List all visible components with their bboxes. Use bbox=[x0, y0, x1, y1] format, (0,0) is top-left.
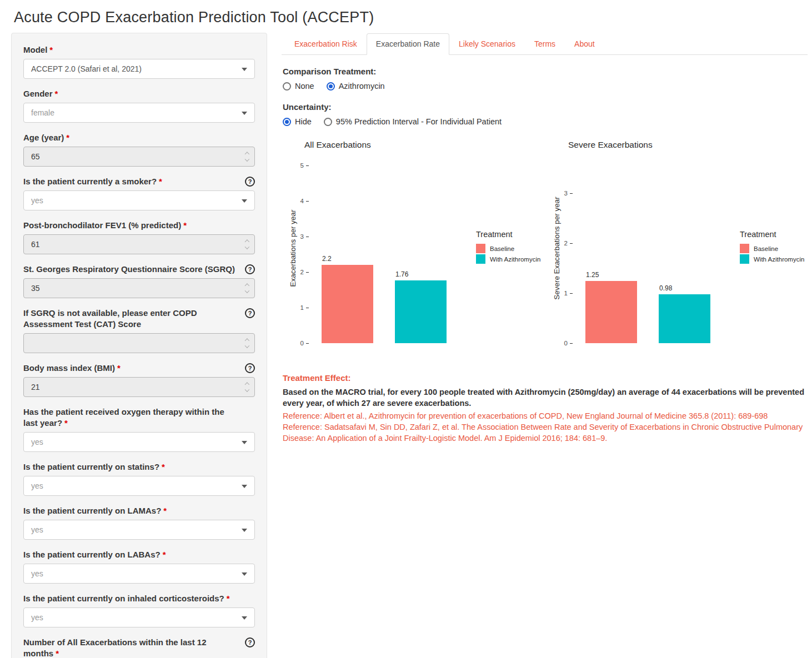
field-label-text: St. Georges Respiratory Questionnaire Sc… bbox=[23, 264, 235, 274]
ics-select[interactable]: yes bbox=[23, 607, 255, 627]
bar-baseline bbox=[585, 281, 637, 344]
spinner-up-icon[interactable] bbox=[245, 240, 249, 244]
legend-entry: Baseline bbox=[740, 244, 804, 253]
spinner-down-icon[interactable] bbox=[245, 288, 249, 293]
fev1-input[interactable]: 61 bbox=[23, 234, 255, 254]
spinner-up-icon[interactable] bbox=[245, 383, 249, 387]
selected-value: ACCEPT 2.0 (Safari et al, 2021) bbox=[31, 64, 142, 73]
help-question-icon[interactable]: ? bbox=[245, 308, 255, 318]
number-spinner-icon[interactable] bbox=[245, 240, 249, 249]
y-tick-mark bbox=[306, 308, 309, 308]
number-spinner-icon[interactable] bbox=[245, 284, 249, 293]
radio-option-label: 95% Prediction Interval - For Individual… bbox=[336, 117, 502, 126]
form-group-model: Model*ACCEPT 2.0 (Safari et al, 2021) bbox=[23, 44, 255, 79]
selected-value: yes bbox=[31, 196, 43, 205]
field-label-model: Model* bbox=[23, 44, 255, 56]
number-spinner-icon[interactable] bbox=[245, 383, 249, 391]
tab-terms[interactable]: Terms bbox=[525, 33, 565, 55]
radio-comparison-treatment-none[interactable]: None bbox=[283, 82, 314, 91]
legend-entry: With Azithromycin bbox=[476, 254, 540, 264]
y-tick-mark bbox=[570, 193, 573, 194]
treatment-effect-section: Treatment Effect: Based on the MACRO tri… bbox=[282, 373, 806, 444]
chevron-down-icon bbox=[242, 441, 247, 444]
sgrq-input[interactable]: 35 bbox=[23, 278, 255, 298]
y-tick-mark bbox=[570, 343, 573, 344]
radio-circle-icon bbox=[327, 82, 335, 91]
field-label-statins: Is the patient currently on statins?* bbox=[23, 461, 255, 473]
gender-select[interactable]: female bbox=[23, 103, 255, 123]
model-select[interactable]: ACCEPT 2.0 (Safari et al, 2021) bbox=[23, 59, 255, 79]
main-content: Exacerbation RiskExacerbation RateLikely… bbox=[282, 33, 808, 444]
labas-select[interactable]: yes bbox=[23, 564, 255, 584]
required-asterisk: * bbox=[183, 220, 187, 230]
required-asterisk: * bbox=[163, 506, 167, 515]
radio-option-label: Azithromycin bbox=[339, 82, 385, 91]
radio-circle-icon bbox=[283, 118, 291, 126]
required-asterisk: * bbox=[162, 462, 165, 471]
number-spinner-icon[interactable] bbox=[245, 339, 249, 348]
spinner-up-icon[interactable] bbox=[245, 284, 249, 288]
help-question-icon[interactable]: ? bbox=[245, 363, 255, 373]
legend-entry: With Azithromycin bbox=[740, 254, 804, 264]
y-tick-label: 1 bbox=[282, 304, 304, 312]
tab-likely-scenarios[interactable]: Likely Scenarios bbox=[449, 33, 525, 55]
cat-score-input[interactable] bbox=[23, 333, 255, 353]
y-tick-mark bbox=[306, 201, 309, 202]
form-group-fev1: Post-bronchodilator FEV1 (% predicted)*6… bbox=[23, 220, 255, 254]
help-question-icon[interactable]: ? bbox=[245, 637, 255, 647]
chart-all-exacerbations: All ExacerbationsExacerbations per year0… bbox=[282, 137, 545, 361]
treatment-effect-references: Reference: Albert et al., Azithromycin f… bbox=[283, 410, 806, 444]
selected-value: female bbox=[31, 108, 54, 117]
spinner-down-icon[interactable] bbox=[245, 157, 249, 161]
age-input[interactable]: 65 bbox=[23, 147, 255, 167]
spinner-down-icon[interactable] bbox=[245, 244, 249, 249]
field-label-oxygen: Has the patient received oxygen therapy … bbox=[23, 406, 255, 429]
oxygen-select[interactable]: yes bbox=[23, 432, 255, 452]
tab-about[interactable]: About bbox=[565, 33, 604, 55]
form-group-gender: Gender*female bbox=[23, 88, 255, 123]
radio-uncertainty-95-prediction-interval-for-individual-patient[interactable]: 95% Prediction Interval - For Individual… bbox=[324, 117, 502, 126]
field-label-text: If SGRQ is not available, please enter C… bbox=[23, 308, 197, 329]
y-tick-mark bbox=[306, 272, 309, 273]
field-label-cat-score: If SGRQ is not available, please enter C… bbox=[23, 308, 255, 330]
spinner-down-icon[interactable] bbox=[245, 387, 249, 391]
input-value: 65 bbox=[31, 152, 40, 161]
form-group-smoker: Is the patient currently a smoker?*?yes bbox=[23, 176, 255, 210]
radio-uncertainty-hide[interactable]: Hide bbox=[283, 117, 312, 126]
bar-value-label: 1.76 bbox=[395, 270, 408, 278]
selected-value: yes bbox=[31, 438, 43, 446]
lamas-select[interactable]: yes bbox=[23, 520, 255, 540]
required-asterisk: * bbox=[64, 418, 68, 428]
statins-select[interactable]: yes bbox=[23, 476, 255, 496]
treatment-effect-reference: Reference: Sadatsafavi M, Sin DD, Zafari… bbox=[283, 421, 806, 444]
bar-with-azithromycin bbox=[395, 280, 447, 343]
spinner-up-icon[interactable] bbox=[245, 152, 249, 157]
chevron-down-icon bbox=[242, 68, 247, 71]
spinner-down-icon[interactable] bbox=[245, 343, 249, 348]
legend-entry-label: Baseline bbox=[490, 245, 514, 252]
help-question-icon[interactable]: ? bbox=[245, 264, 255, 274]
charts-area: All ExacerbationsExacerbations per year0… bbox=[282, 137, 808, 361]
bar-value-label: 2.2 bbox=[322, 255, 332, 263]
y-tick-label: 5 bbox=[282, 162, 304, 169]
y-tick-label: 2 bbox=[545, 239, 568, 247]
smoker-select[interactable]: yes bbox=[23, 190, 255, 210]
number-spinner-icon[interactable] bbox=[245, 153, 249, 161]
radio-comparison-treatment-azithromycin[interactable]: Azithromycin bbox=[327, 82, 385, 91]
radio-circle-icon bbox=[283, 82, 291, 91]
bmi-input[interactable]: 21 bbox=[23, 377, 255, 397]
chevron-down-icon bbox=[242, 112, 247, 115]
comparison-treatment-group: NoneAzithromycin bbox=[283, 82, 808, 91]
chevron-down-icon bbox=[242, 616, 247, 620]
form-group-statins: Is the patient currently on statins?*yes bbox=[23, 461, 255, 496]
tab-exacerbation-risk[interactable]: Exacerbation Risk bbox=[285, 33, 367, 55]
legend-swatch-icon bbox=[476, 244, 485, 253]
help-question-icon[interactable]: ? bbox=[245, 177, 255, 187]
uncertainty-label: Uncertainty: bbox=[283, 102, 808, 112]
field-label-text: Age (year) bbox=[23, 133, 64, 142]
field-label-text: Model bbox=[23, 45, 47, 54]
spinner-up-icon[interactable] bbox=[245, 339, 249, 343]
selected-value: yes bbox=[31, 481, 43, 490]
form-group-age: Age (year)*65 bbox=[23, 132, 255, 167]
tab-exacerbation-rate[interactable]: Exacerbation Rate bbox=[367, 33, 449, 55]
